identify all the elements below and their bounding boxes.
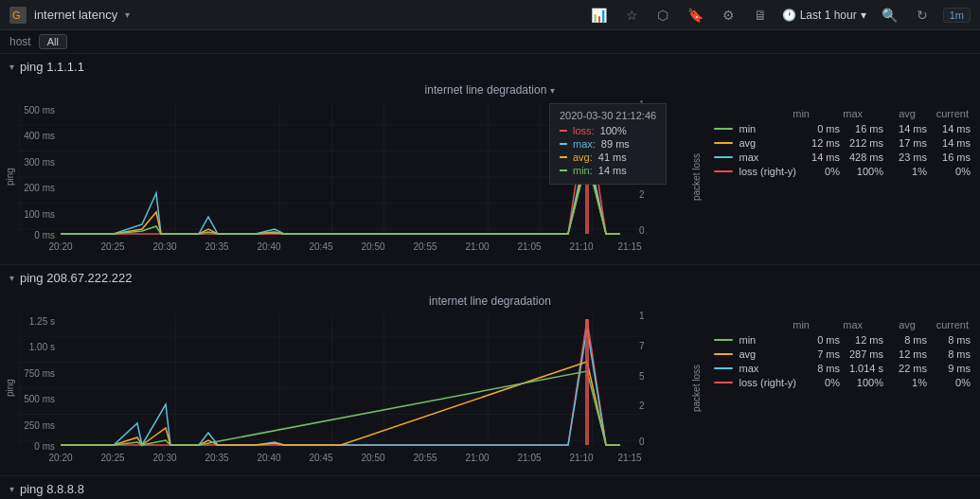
svg-text:20:45: 20:45	[309, 241, 332, 252]
clock-icon: 🕐	[782, 9, 796, 22]
refresh-rate-badge[interactable]: 1m	[943, 8, 971, 23]
svg-text:0%: 0%	[639, 225, 644, 236]
svg-text:75%: 75%	[639, 341, 644, 351]
panel-1-header[interactable]: ▾ ping 1.1.1.1	[0, 54, 980, 80]
panel-1-legend-row-avg: avg 12 ms 212 ms 17 ms 14 ms	[714, 137, 971, 149]
legend-header-avg: avg	[878, 108, 916, 119]
panel-1-legend-row-loss: loss (right-y) 0% 100% 1% 0%	[714, 166, 971, 177]
p2-max-line-icon	[714, 367, 733, 369]
svg-rect-2	[19, 103, 644, 234]
panel-2-header[interactable]: ▾ ping 208.67.222.222	[0, 265, 980, 291]
svg-text:21:05: 21:05	[517, 453, 541, 463]
svg-text:20:50: 20:50	[361, 241, 384, 252]
panel-3-title: ping 8.8.8.8	[20, 482, 84, 496]
svg-text:G: G	[12, 9, 21, 21]
svg-text:20:55: 20:55	[413, 241, 437, 252]
p2-min-line-icon	[714, 339, 733, 341]
legend-header-current: current	[931, 108, 969, 119]
sub-bar: host All	[0, 30, 980, 54]
svg-text:20:30: 20:30	[152, 241, 176, 252]
panel-1-legend-row-min: min 0 ms 16 ms 14 ms 14 ms	[714, 123, 971, 134]
panel-1-chart-title: internet line degradation ▾	[0, 80, 980, 98]
svg-text:300 ms: 300 ms	[24, 157, 55, 168]
panel-2-chart-area: ping 1.25 s 1.00 s 750 ms 500 ms 250 ms …	[0, 310, 980, 466]
svg-text:500 ms: 500 ms	[24, 394, 55, 404]
top-bar: G internet latency ▾ 📊 ☆ ⬡ 🔖 ⚙ 🖥 🕐 Last …	[0, 0, 980, 30]
panel-2-chart-title: internet line degradation	[0, 291, 980, 310]
svg-text:0 ms: 0 ms	[34, 230, 55, 241]
panel-2-chart-inner[interactable]: 1.25 s 1.00 s 750 ms 500 ms 250 ms 0 ms …	[19, 310, 687, 466]
panel-2-y-axis-label: ping	[0, 310, 19, 466]
all-filter-button[interactable]: All	[39, 34, 67, 49]
svg-text:500 ms: 500 ms	[24, 105, 55, 116]
panel-2-legend-row-max: max 8 ms 1.014 s 22 ms 9 ms	[714, 363, 971, 374]
svg-text:250 ms: 250 ms	[24, 420, 55, 431]
svg-rect-39	[585, 319, 589, 445]
panel-1-toggle-icon: ▾	[9, 62, 14, 72]
refresh-icon[interactable]: ↻	[913, 6, 932, 25]
svg-text:21:10: 21:10	[569, 453, 593, 463]
panel-2-title: ping 208.67.222.222	[20, 271, 133, 285]
svg-text:100 ms: 100 ms	[24, 209, 55, 220]
panel-3-header[interactable]: ▾ ping 8.8.8.8	[0, 476, 980, 499]
svg-text:21:00: 21:00	[465, 453, 489, 463]
panel-1-chart-inner[interactable]: 500 ms 400 ms 300 ms 200 ms 100 ms 0 ms …	[19, 98, 687, 255]
panel-2-legend-row-min: min 0 ms 12 ms 8 ms 8 ms	[714, 334, 971, 346]
svg-text:20:20: 20:20	[48, 453, 72, 463]
svg-text:100%: 100%	[639, 99, 644, 110]
panel-2-chart-container: internet line degradation ping 1.25 s 1.…	[0, 291, 980, 475]
panel-ping-3: ▾ ping 8.8.8.8 internet line degradation	[0, 476, 980, 499]
min-line-icon	[714, 128, 733, 130]
svg-rect-27	[19, 314, 644, 445]
p2-avg-line-icon	[714, 353, 733, 355]
svg-text:21:05: 21:05	[517, 241, 541, 252]
top-bar-right: 📊 ☆ ⬡ 🔖 ⚙ 🖥 🕐 Last 1 hour ▾ 🔍 ↻ 1m	[587, 6, 971, 25]
svg-text:50%: 50%	[639, 160, 644, 170]
panel-2-legend: min max avg current min 0 ms 12 ms 8 ms …	[704, 310, 980, 466]
svg-text:21:15: 21:15	[617, 453, 641, 463]
panel-1-chart-container: internet line degradation ▾ ping 500 ms …	[0, 80, 980, 264]
svg-text:25%: 25%	[639, 401, 644, 411]
chart-title-chevron-icon[interactable]: ▾	[550, 85, 555, 96]
svg-text:0%: 0%	[639, 437, 644, 447]
panel-ping-2: ▾ ping 208.67.222.222 internet line degr…	[0, 265, 980, 476]
legend-header-min: min	[772, 108, 810, 119]
svg-text:75%: 75%	[639, 130, 644, 140]
time-range-button[interactable]: 🕐 Last 1 hour ▾	[782, 9, 866, 22]
search-icon[interactable]: 🔍	[878, 6, 901, 25]
max-line-icon	[714, 156, 733, 158]
panel-ping-1: ▾ ping 1.1.1.1 internet line degradation…	[0, 54, 980, 265]
panel-1-legend-row-max: max 14 ms 428 ms 23 ms 16 ms	[714, 151, 971, 163]
bookmark-icon[interactable]: 🔖	[684, 6, 707, 25]
time-range-label: Last 1 hour	[800, 9, 857, 22]
svg-text:1.00 s: 1.00 s	[29, 342, 55, 352]
bar-chart-icon[interactable]: 📊	[587, 6, 611, 25]
avg-line-icon	[714, 142, 733, 144]
grafana-icon: G	[9, 7, 27, 24]
settings-icon[interactable]: ⚙	[719, 6, 739, 25]
svg-text:21:10: 21:10	[569, 241, 593, 252]
svg-text:100%: 100%	[639, 311, 644, 321]
star-icon[interactable]: ☆	[622, 6, 642, 25]
app-title: internet latency	[34, 8, 117, 22]
legend-header-max: max	[825, 108, 863, 119]
svg-rect-14	[585, 108, 589, 234]
panel-2-y2-axis-label: packet loss	[687, 310, 704, 466]
panel-3-toggle-icon: ▾	[9, 484, 14, 494]
panel-2-legend-row-loss: loss (right-y) 0% 100% 1% 0%	[714, 377, 971, 388]
title-chevron-icon[interactable]: ▾	[125, 9, 130, 20]
svg-text:20:35: 20:35	[205, 453, 228, 463]
svg-text:20:45: 20:45	[309, 453, 332, 463]
loss-line-icon	[714, 170, 733, 172]
svg-text:21:00: 21:00	[465, 241, 489, 252]
svg-text:200 ms: 200 ms	[24, 183, 55, 193]
svg-text:20:40: 20:40	[257, 241, 280, 252]
share-icon[interactable]: ⬡	[653, 6, 672, 25]
svg-text:0 ms: 0 ms	[34, 441, 55, 452]
panel-2-toggle-icon: ▾	[9, 273, 14, 283]
monitor-icon[interactable]: 🖥	[750, 6, 771, 25]
panel-1-title: ping 1.1.1.1	[20, 60, 84, 74]
svg-text:20:55: 20:55	[413, 453, 437, 463]
time-range-chevron-icon: ▾	[861, 9, 866, 22]
top-bar-left: G internet latency ▾	[9, 7, 130, 24]
